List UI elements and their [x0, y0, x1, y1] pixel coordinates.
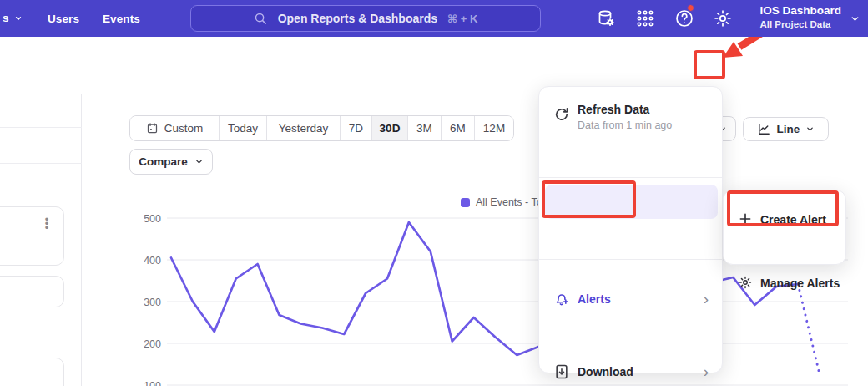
menu-divider — [539, 177, 722, 178]
plus-icon — [738, 211, 753, 226]
download-icon — [553, 363, 570, 380]
apps-grid-icon[interactable] — [635, 8, 655, 28]
chevron-down-icon — [805, 124, 815, 134]
menu-item-alerts[interactable]: Alerts › — [539, 185, 722, 219]
alerts-submenu: Create Alert Manage Alerts — [723, 190, 846, 265]
sidebar-card[interactable] — [0, 206, 64, 266]
report-header — [0, 37, 868, 94]
sidebar-divider — [0, 127, 82, 128]
app-window: 500400300200100 All Events - Total ••• C… — [0, 0, 868, 386]
svg-text:100: 100 — [144, 380, 161, 386]
submenu-item-create-alert[interactable]: Create Alert — [724, 197, 845, 229]
date-range-12m[interactable]: 12M — [474, 116, 513, 140]
menu-item-rename[interactable]: Rename — [539, 300, 722, 332]
date-range-segmented-control: Custom Today Yesterday 7D 30D 3M 6M 12M — [129, 115, 514, 141]
more-options-menu: Refresh Data Data from 1 min ago Undo ⌘ … — [538, 86, 723, 373]
nav-item-users[interactable]: Users — [48, 13, 79, 25]
menu-item-undo[interactable]: Undo ⌘ Z — [539, 141, 722, 173]
gear-icon — [738, 275, 753, 290]
submenu-chevron-icon: › — [704, 368, 709, 376]
submenu-item-manage-alerts[interactable]: Manage Alerts — [724, 229, 845, 261]
date-range-yesterday[interactable]: Yesterday — [266, 116, 340, 140]
legend-swatch — [461, 198, 470, 207]
date-range-3m[interactable]: 3M — [407, 116, 441, 140]
menu-item-new-report[interactable]: New Report — [539, 267, 722, 298]
search-placeholder: Open Reports & Dashboards — [278, 12, 437, 25]
top-navigation-bar: s Users Events Open Reports & Dashboards… — [0, 0, 868, 37]
notification-dot — [687, 4, 694, 12]
data-management-icon[interactable] — [596, 8, 616, 28]
chevron-down-icon — [194, 157, 204, 166]
project-selector[interactable]: iOS Dashboard All Project Data — [760, 3, 841, 30]
project-title: iOS Dashboard — [760, 3, 841, 18]
line-chart-icon — [757, 122, 771, 136]
date-range-6m[interactable]: 6M — [441, 116, 474, 140]
nav-item-events[interactable]: Events — [103, 13, 140, 25]
sidebar-divider — [0, 163, 82, 164]
menu-item-download[interactable]: Download › — [539, 221, 722, 253]
chart-type-dropdown[interactable]: Line — [743, 117, 829, 141]
chevron-down-icon — [14, 14, 23, 23]
menu-item-delete[interactable]: Delete — [539, 333, 722, 365]
svg-text:300: 300 — [144, 297, 161, 308]
calendar-icon — [146, 122, 159, 135]
search-shortcut: ⌘ + K — [447, 13, 477, 25]
global-search-bar[interactable]: Open Reports & Dashboards ⌘ + K — [190, 5, 541, 32]
sidebar-card[interactable] — [0, 276, 64, 307]
date-range-custom[interactable]: Custom — [130, 116, 219, 140]
date-range-7d[interactable]: 7D — [340, 116, 371, 140]
date-range-30d[interactable]: 30D — [371, 116, 407, 140]
compare-button[interactable]: Compare — [129, 149, 213, 175]
refresh-icon — [553, 106, 570, 123]
project-subtitle: All Project Data — [760, 18, 841, 30]
chevron-down-icon — [850, 13, 860, 24]
menu-divider — [539, 259, 722, 260]
compare-label: Compare — [139, 155, 188, 168]
search-icon — [254, 12, 268, 26]
chart-type-label: Line — [777, 123, 800, 135]
svg-text:500: 500 — [144, 213, 161, 225]
date-range-label: Custom — [164, 122, 204, 135]
nav-item-truncated[interactable]: s — [3, 12, 23, 24]
kebab-menu-icon[interactable]: ••• — [43, 217, 51, 230]
date-range-today[interactable]: Today — [219, 116, 266, 140]
svg-text:400: 400 — [144, 255, 161, 267]
svg-text:200: 200 — [144, 338, 161, 350]
gear-icon[interactable] — [713, 8, 733, 28]
sidebar-card[interactable] — [0, 358, 64, 386]
menu-item-refresh-data[interactable]: Refresh Data Data from 1 min ago — [539, 94, 722, 138]
query-builder-sidebar: ••• — [0, 94, 82, 386]
